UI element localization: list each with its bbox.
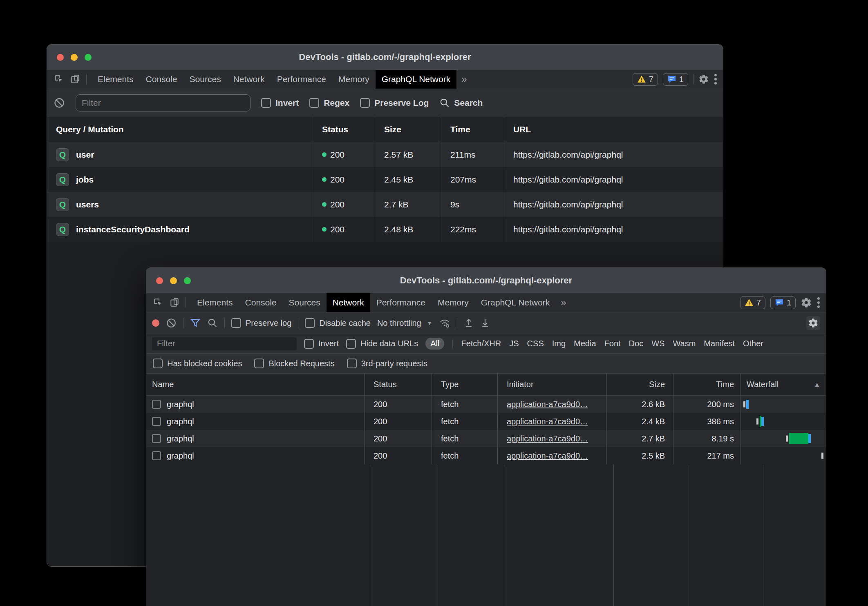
tab-network[interactable]: Network	[327, 293, 370, 312]
tab-network[interactable]: Network	[227, 70, 271, 89]
issues-badge[interactable]: 1	[770, 296, 796, 309]
has-blocked-cookies-checkbox[interactable]: Has blocked cookies	[153, 359, 242, 368]
column-time[interactable]: Time	[441, 117, 504, 142]
export-har-icon[interactable]	[480, 318, 490, 328]
record-button[interactable]	[152, 319, 159, 327]
column-initiator[interactable]: Initiator	[497, 374, 606, 395]
tab-console[interactable]: Console	[239, 293, 283, 312]
row-checkbox[interactable]	[152, 434, 161, 443]
filter-chip-doc[interactable]: Doc	[629, 339, 644, 348]
filter-chip-other[interactable]: Other	[743, 339, 763, 348]
inspect-element-icon[interactable]	[54, 74, 64, 85]
filter-chip-all[interactable]: All	[425, 338, 444, 350]
network-request-row[interactable]: graphql 200 fetch application-a7ca9d0… 2…	[146, 447, 826, 464]
network-request-row[interactable]: graphql 200 fetch application-a7ca9d0… 2…	[146, 396, 826, 413]
filter-chip-media[interactable]: Media	[574, 339, 596, 348]
initiator-link[interactable]: application-a7ca9d0…	[507, 400, 588, 409]
tab-performance[interactable]: Performance	[370, 293, 432, 312]
zoom-button[interactable]	[184, 277, 191, 284]
device-toolbar-icon[interactable]	[70, 74, 81, 85]
third-party-requests-checkbox[interactable]: 3rd-party requests	[347, 359, 427, 368]
table-row[interactable]: Qusers 200 2.7 kB 9s https://gitlab.com/…	[47, 192, 723, 217]
column-status[interactable]: Status	[313, 117, 375, 142]
search-icon[interactable]	[207, 318, 218, 328]
clear-icon[interactable]	[166, 318, 177, 328]
titlebar[interactable]: DevTools - gitlab.com/-/graphql-explorer	[47, 45, 723, 70]
warnings-badge[interactable]: 7	[740, 296, 765, 309]
table-row[interactable]: Qjobs 200 2.45 kB 207ms https://gitlab.c…	[47, 167, 723, 192]
network-request-row[interactable]: graphql 200 fetch application-a7ca9d0… 2…	[146, 413, 826, 430]
tab-graphql-network[interactable]: GraphQL Network	[475, 293, 556, 312]
initiator-link[interactable]: application-a7ca9d0…	[507, 434, 588, 443]
table-row[interactable]: QinstanceSecurityDashboard 200 2.48 kB 2…	[47, 217, 723, 242]
issues-badge[interactable]: 1	[663, 73, 688, 86]
column-type[interactable]: Type	[432, 374, 497, 395]
tab-console[interactable]: Console	[140, 70, 183, 89]
warnings-badge[interactable]: 7	[633, 73, 658, 86]
network-conditions-icon[interactable]	[439, 318, 450, 328]
import-har-icon[interactable]	[464, 318, 474, 328]
network-filter-input[interactable]	[152, 337, 297, 350]
filter-chip-manifest[interactable]: Manifest	[704, 339, 735, 348]
settings-gear-icon[interactable]	[698, 74, 709, 85]
invert-checkbox[interactable]: Invert	[261, 98, 299, 108]
preserve-log-checkbox[interactable]: Preserve Log	[360, 98, 429, 108]
close-button[interactable]	[156, 277, 163, 284]
column-size[interactable]: Size	[375, 117, 441, 142]
blocked-requests-checkbox[interactable]: Blocked Requests	[254, 359, 334, 368]
invert-checkbox[interactable]: Invert	[304, 339, 339, 349]
network-request-row[interactable]: graphql 200 fetch application-a7ca9d0… 2…	[146, 430, 826, 447]
initiator-link[interactable]: application-a7ca9d0…	[507, 417, 588, 426]
search-toggle[interactable]: Search	[439, 98, 483, 108]
row-checkbox[interactable]	[152, 417, 161, 426]
zoom-button[interactable]	[85, 54, 92, 61]
hide-data-urls-checkbox[interactable]: Hide data URLs	[346, 339, 418, 349]
titlebar[interactable]: DevTools - gitlab.com/-/graphql-explorer	[146, 268, 826, 293]
column-url[interactable]: URL	[504, 117, 723, 142]
regex-checkbox[interactable]: Regex	[309, 98, 349, 108]
close-button[interactable]	[57, 54, 64, 61]
tab-elements[interactable]: Elements	[92, 70, 140, 89]
more-tabs-icon[interactable]: »	[556, 293, 571, 312]
message-icon	[667, 75, 676, 83]
tab-sources[interactable]: Sources	[183, 70, 227, 89]
tab-performance[interactable]: Performance	[271, 70, 332, 89]
kebab-menu-icon[interactable]	[714, 73, 717, 85]
tab-memory[interactable]: Memory	[332, 70, 376, 89]
minimize-button[interactable]	[71, 54, 78, 61]
filter-funnel-icon[interactable]	[190, 318, 201, 328]
column-waterfall[interactable]: Waterfall ▲	[740, 374, 826, 395]
filter-input[interactable]	[76, 94, 251, 111]
device-toolbar-icon[interactable]	[169, 297, 180, 308]
row-checkbox[interactable]	[152, 451, 161, 460]
minimize-button[interactable]	[170, 277, 177, 284]
filter-chip-font[interactable]: Font	[604, 339, 621, 348]
settings-gear-icon[interactable]	[801, 297, 812, 308]
column-status[interactable]: Status	[364, 374, 432, 395]
row-checkbox[interactable]	[152, 400, 161, 409]
clear-icon[interactable]	[54, 97, 65, 109]
column-name[interactable]: Name	[146, 374, 364, 395]
filter-chip-ws[interactable]: WS	[651, 339, 664, 348]
column-size[interactable]: Size	[606, 374, 673, 395]
filter-chip-js[interactable]: JS	[509, 339, 519, 348]
initiator-link[interactable]: application-a7ca9d0…	[507, 451, 588, 461]
more-tabs-icon[interactable]: »	[456, 70, 472, 89]
throttling-select[interactable]: No throttling ▼	[377, 319, 432, 328]
network-settings-gear-icon[interactable]	[806, 316, 820, 330]
inspect-element-icon[interactable]	[153, 297, 163, 308]
filter-chip-css[interactable]: CSS	[527, 339, 544, 348]
kebab-menu-icon[interactable]	[817, 296, 820, 309]
table-row[interactable]: Quser 200 2.57 kB 211ms https://gitlab.c…	[47, 142, 723, 167]
tab-graphql-network[interactable]: GraphQL Network	[376, 70, 456, 89]
tab-elements[interactable]: Elements	[191, 293, 239, 312]
tab-sources[interactable]: Sources	[283, 293, 327, 312]
disable-cache-checkbox[interactable]: Disable cache	[305, 318, 371, 328]
column-time[interactable]: Time	[673, 374, 740, 395]
filter-chip-fetch-xhr[interactable]: Fetch/XHR	[461, 339, 501, 348]
preserve-log-checkbox[interactable]: Preserve log	[231, 318, 291, 328]
filter-chip-wasm[interactable]: Wasm	[673, 339, 696, 348]
tab-memory[interactable]: Memory	[432, 293, 475, 312]
filter-chip-img[interactable]: Img	[552, 339, 566, 348]
column-query-mutation[interactable]: Query / Mutation	[47, 117, 313, 142]
